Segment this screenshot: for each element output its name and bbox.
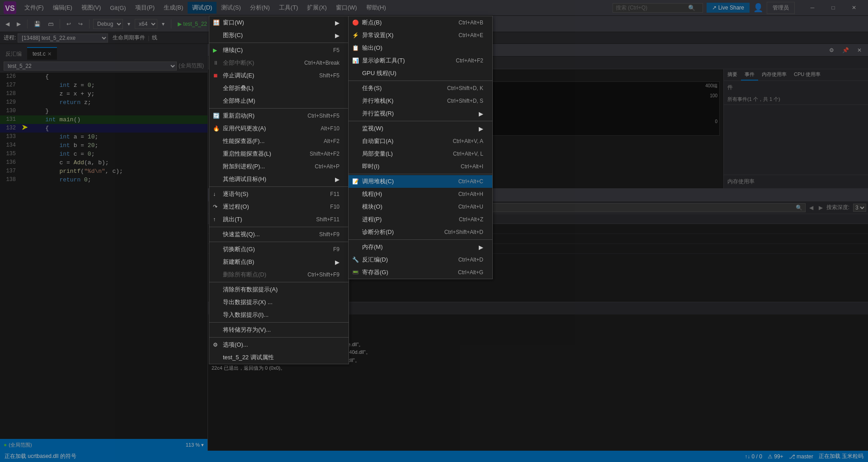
debug-menu-dropdown: 🪟 窗口(W) ▶ 图形(C) ▶ ▶ 继续(C) F5 ⏸ 全部中断(K) C… [209,16,349,364]
window-locals-label: 局部变量(L) [362,150,393,158]
menu-item-clear-datatips[interactable]: 清除所有数据提示(A) [209,283,349,296]
break-all-icon: ⏸ [213,60,218,66]
menu-import-tips-label: 导入数据提示(I)... [223,311,269,319]
sep-7 [209,322,349,323]
window-output-label: 输出(O) [362,44,382,52]
window-menu-locals[interactable]: 局部变量(L) Ctrl+Alt+V, L [349,148,492,160]
sep-6 [209,282,349,282]
window-menu-diag[interactable]: 📊 显示诊断工具(T) Ctrl+Alt+F2 [349,54,492,67]
menu-item-step-over[interactable]: ↷ 逐过程(O) F10 [209,200,349,213]
play-icon: ▶ [213,47,217,53]
menu-step-into-label: 逐语句(S) [223,190,248,198]
window-parallel-stacks-label: 并行堆栈(K) [362,97,393,105]
window-processes-label: 进程(P) [362,215,382,224]
menu-perf-label: 性能探查器(F)... [223,137,264,145]
autos-shortcut: Ctrl+Alt+V, A [443,138,483,144]
locals-shortcut: Ctrl+Alt+V, L [444,151,483,157]
attach-shortcut: Ctrl+Alt+P [306,163,340,170]
other-submenu-arrow: ▶ [335,176,340,183]
window-menu-callstack[interactable]: 📝 调用堆栈(C) Ctrl+Alt+C [349,175,492,188]
window-menu-threads[interactable]: 线程(H) Ctrl+Alt+H [349,188,492,200]
step-into-shortcut: F11 [321,191,340,197]
window-submenu-arrow: ▶ [335,19,340,26]
menu-item-export-datatips[interactable]: 导出数据提示(X) ... [209,296,349,309]
window-modules-label: 模块(O) [362,203,382,211]
window-menu-parallel-watch[interactable]: 并行监视(R) ▶ [349,107,492,120]
disasm-shortcut: Ctrl+Alt+D [449,257,483,263]
menu-item-window[interactable]: 🪟 窗口(W) ▶ [209,16,349,29]
menu-item-toggle-bp[interactable]: 切换断点(G) F9 [209,243,349,256]
menu-item-detach-all[interactable]: 全部折叠(L) [209,82,349,95]
menu-item-step-out[interactable]: ↑ 跳出(T) Shift+F11 [209,213,349,226]
parallel-stacks-shortcut: Ctrl+Shift+D, S [438,98,483,104]
menu-save-dump-label: 将转储另存为(V)... [223,326,271,334]
menu-item-debug-props[interactable]: test_5_22 调试属性 [209,351,349,364]
window-menu-exceptions[interactable]: ⚡ 异常设置(X) Ctrl+Alt+E [349,29,492,42]
window-menu-output[interactable]: 📋 输出(O) [349,42,492,54]
menu-item-stop[interactable]: ⏹ 停止调试(E) Shift+F5 [209,69,349,82]
window-sep-2 [349,121,492,121]
menu-item-graphics[interactable]: 图形(C) ▶ [209,29,349,42]
menu-item-save-dump[interactable]: 将转储另存为(V)... [209,324,349,336]
menu-item-attach[interactable]: 附加到进程(P)... Ctrl+Alt+P [209,160,349,173]
window-submenu-dropdown: 🔴 断点(B) Ctrl+Alt+B ⚡ 异常设置(X) Ctrl+Alt+E … [348,16,493,279]
threads-shortcut: Ctrl+Alt+H [449,191,483,197]
window-menu-registers[interactable]: 📟 寄存器(G) Ctrl+Alt+G [349,266,492,279]
menu-options-label: 选项(O)... [223,341,248,349]
window-menu-parallel-stacks[interactable]: 并行堆栈(K) Ctrl+Shift+D, S [349,95,492,107]
break-all-shortcut: Ctrl+Alt+Break [295,60,340,66]
window-menu-immediate[interactable]: 即时(I) Ctrl+Alt+I [349,160,492,173]
window-menu-memory[interactable]: 内存(M) ▶ [349,241,492,253]
callstack-icon: 📝 [352,178,359,185]
window-menu-processes[interactable]: 进程(P) Ctrl+Alt+Z [349,213,492,226]
window-menu-modules[interactable]: 模块(O) Ctrl+Alt+U [349,200,492,213]
window-menu-disasm[interactable]: 🔧 反汇编(D) Ctrl+Alt+D [349,253,492,266]
window-menu-gpu[interactable]: GPU 线程(U) [349,67,492,80]
menu-item-quickwatch[interactable]: 快速监视(Q)... Shift+F9 [209,228,349,241]
diag-analysis-shortcut: Ctrl+Shift+Alt+D [435,229,483,235]
window-menu-autos[interactable]: 自动窗口(A) Ctrl+Alt+V, A [349,135,492,148]
window-memory-label: 内存(M) [362,243,383,251]
menu-item-restart-perf[interactable]: 重启性能探查器(L) Shift+Alt+F2 [209,148,349,160]
menu-other-label: 其他调试目标(H) [223,175,266,183]
menu-item-other-targets[interactable]: 其他调试目标(H) ▶ [209,173,349,186]
disasm-icon: 🔧 [352,257,359,263]
menu-item-delete-all-bp: 删除所有断点(D) Ctrl+Shift+F9 [209,268,349,281]
menu-item-apply-changes[interactable]: 🔥 应用代码更改(A) Alt+F10 [209,122,349,135]
menu-item-terminate-all[interactable]: 全部终止(M) [209,95,349,107]
window-menu-watch[interactable]: 监视(W) ▶ [349,122,492,135]
window-menu-breakpoints[interactable]: 🔴 断点(B) Ctrl+Alt+B [349,16,492,29]
tasks-shortcut: Ctrl+Shift+D, K [438,85,483,91]
menu-continue-label: 继续(C) [223,46,243,54]
menu-item-restart[interactable]: 🔄 重新启动(R) Ctrl+Shift+F5 [209,110,349,122]
window-tasks-label: 任务(S) [362,84,382,92]
menu-item-continue[interactable]: ▶ 继续(C) F5 [209,44,349,57]
window-immediate-label: 即时(I) [362,162,379,171]
menu-detach-label: 全部折叠(L) [223,84,254,92]
window-exceptions-label: 异常设置(X) [362,31,393,39]
menu-item-import-datatips[interactable]: 导入数据提示(I)... [209,309,349,321]
step-out-icon: ↑ [213,216,216,223]
menu-item-options[interactable]: ⚙ 选项(O)... [209,338,349,351]
menu-quickwatch-label: 快速监视(Q)... [223,230,260,238]
window-sep-1 [349,81,492,81]
diag-shortcut: Ctrl+Alt+F2 [447,57,483,64]
window-menu-tasks[interactable]: 任务(S) Ctrl+Shift+D, K [349,82,492,95]
window-menu-diag-analysis[interactable]: 诊断分析(D) Ctrl+Shift+Alt+D [349,226,492,238]
restart-shortcut: Ctrl+Shift+F5 [298,113,340,119]
menu-step-out-label: 跳出(T) [223,215,242,224]
sep-1 [209,43,349,43]
step-into-icon: ↓ [213,191,216,197]
menu-window-label: 窗口(W) [223,19,244,27]
menu-attach-label: 附加到进程(P)... [223,162,265,171]
menu-item-perf[interactable]: 性能探查器(F)... Alt+F2 [209,135,349,148]
graphics-submenu-arrow: ▶ [335,32,340,39]
menu-new-bp-label: 新建断点(B) [223,258,254,266]
immediate-shortcut: Ctrl+Alt+I [452,163,483,170]
menu-clear-tips-label: 清除所有数据提示(A) [223,286,278,294]
window-breakpoints-label: 断点(B) [362,19,382,27]
menu-item-step-into[interactable]: ↓ 逐语句(S) F11 [209,188,349,200]
window-diag-analysis-label: 诊断分析(D) [362,228,394,236]
sep-2 [209,108,349,109]
menu-item-new-bp[interactable]: 新建断点(B) ▶ [209,256,349,268]
